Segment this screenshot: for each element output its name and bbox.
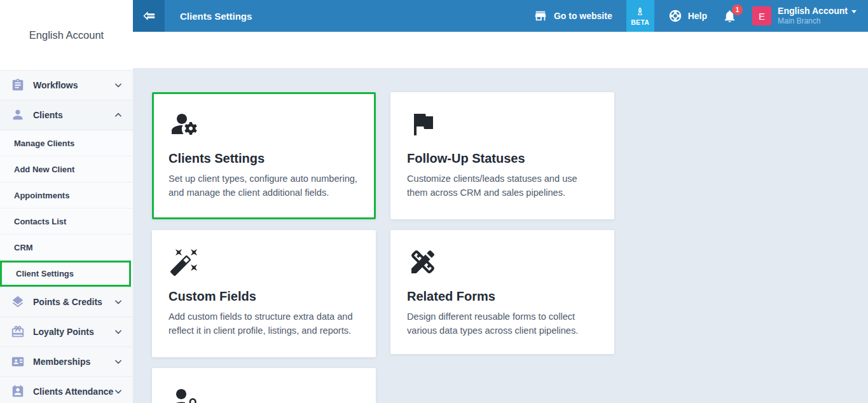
collapse-menu-icon — [141, 8, 157, 24]
branch-name: Main Branch — [778, 17, 857, 26]
sidebar-item-label: Loyalty Points — [33, 327, 114, 337]
beta-badge[interactable]: BETA — [626, 0, 654, 32]
sidebar-account-name: English Account — [29, 29, 104, 41]
card-related-forms[interactable]: Related Forms Design different reusable … — [390, 230, 614, 354]
person-gear-icon — [169, 109, 359, 139]
chevron-down-icon — [851, 10, 857, 13]
sidebar-item-clients[interactable]: Clients — [0, 100, 133, 130]
clients-submenu: Manage Clients Add New Client Appointmen… — [0, 130, 133, 287]
sidebar-item-clients-attendance[interactable]: Clients Attendance — [0, 376, 133, 403]
subheader-band — [133, 32, 868, 68]
card-title: Follow-Up Statuses — [407, 151, 598, 166]
card-description: Customize clients/leads statuses and use… — [407, 172, 598, 200]
gift-icon — [11, 325, 25, 339]
clipboard-icon — [11, 78, 25, 92]
subitem-label: Client Settings — [16, 269, 74, 278]
help-button[interactable]: Help — [668, 9, 707, 23]
sidebar-item-points-credits[interactable]: Points & Credits — [0, 287, 133, 317]
card-description: Set up client types, configure auto numb… — [169, 172, 359, 200]
sidebar-account-header: English Account — [0, 0, 133, 70]
sidebar-collapse-button[interactable] — [133, 0, 165, 32]
notifications-button[interactable]: 1 — [722, 9, 737, 24]
magic-wand-icon — [169, 247, 359, 277]
chevron-down-icon — [114, 297, 123, 306]
card-title: Custom Fields — [169, 289, 359, 304]
card-follow-up-statuses[interactable]: Follow-Up Statuses Customize clients/lea… — [390, 92, 614, 219]
sidebar-item-memberships[interactable]: Memberships — [0, 346, 133, 376]
design-services-icon — [407, 247, 598, 277]
sidebar-subitem-add-new-client[interactable]: Add New Client — [0, 156, 133, 182]
go-to-website-label: Go to website — [554, 11, 612, 21]
top-header-bar: Clients Settings Go to website BETA Help… — [133, 0, 868, 32]
lifebuoy-icon — [668, 9, 682, 23]
sidebar-subitem-client-settings[interactable]: Client Settings — [0, 261, 131, 287]
card-description: Add custom fields to structure extra dat… — [169, 310, 359, 338]
subitem-label: Contacts List — [14, 217, 66, 226]
person-lock-icon — [169, 385, 359, 403]
chevron-down-icon — [114, 387, 123, 396]
sidebar-subitem-contacts-list[interactable]: Contacts List — [0, 208, 133, 235]
storefront-icon — [534, 9, 548, 23]
go-to-website-button[interactable]: Go to website — [534, 9, 612, 23]
main-content: Clients Settings Set up client types, co… — [133, 68, 868, 403]
notification-count-badge: 1 — [732, 4, 743, 15]
sidebar: English Account Workflows Clients Manage… — [0, 0, 133, 403]
sidebar-item-loyalty-points[interactable]: Loyalty Points — [0, 317, 133, 346]
card-clients-settings[interactable]: Clients Settings Set up client types, co… — [152, 92, 376, 219]
settings-card-grid: Clients Settings Set up client types, co… — [152, 92, 851, 403]
card-custom-fields[interactable]: Custom Fields Add custom fields to struc… — [152, 230, 376, 357]
sidebar-item-label: Points & Credits — [33, 297, 114, 307]
account-menu[interactable]: English Account Main Branch — [778, 6, 857, 27]
card-description: Design different reusable forms to colle… — [407, 310, 598, 338]
chevron-up-icon — [114, 111, 123, 120]
rocket-icon — [635, 6, 645, 17]
subitem-label: CRM — [14, 243, 33, 252]
sidebar-subitem-crm[interactable]: CRM — [0, 235, 133, 261]
layers-icon — [11, 295, 25, 309]
beta-label: BETA — [631, 18, 649, 26]
subitem-label: Add New Client — [14, 165, 74, 174]
chevron-down-icon — [114, 327, 123, 336]
sidebar-subitem-appointments[interactable]: Appointments — [0, 182, 133, 208]
sidebar-item-label: Clients — [33, 110, 114, 120]
sidebar-item-label: Workflows — [33, 80, 114, 90]
card-client-portal[interactable]: Client Portal Control the client's exper… — [152, 368, 376, 403]
card-title: Clients Settings — [169, 151, 359, 166]
sidebar-item-workflows[interactable]: Workflows — [0, 70, 133, 100]
sidebar-subitem-manage-clients[interactable]: Manage Clients — [0, 130, 133, 156]
card-title: Related Forms — [407, 289, 598, 304]
chevron-down-icon — [114, 81, 123, 90]
sidebar-item-label: Clients Attendance — [33, 386, 114, 397]
avatar[interactable]: E — [752, 6, 771, 25]
person-icon — [11, 108, 25, 122]
subitem-label: Manage Clients — [14, 139, 74, 148]
calendar-person-icon — [11, 385, 25, 399]
subitem-label: Appointments — [14, 191, 69, 200]
flag-icon — [407, 109, 598, 139]
id-card-icon — [11, 355, 25, 369]
account-name: English Account — [778, 6, 848, 17]
help-label: Help — [688, 11, 707, 21]
sidebar-item-label: Memberships — [33, 357, 114, 367]
chevron-down-icon — [114, 357, 123, 366]
page-title: Clients Settings — [180, 11, 534, 22]
topbar-actions: Go to website BETA Help 1 E English Acco… — [534, 0, 868, 32]
